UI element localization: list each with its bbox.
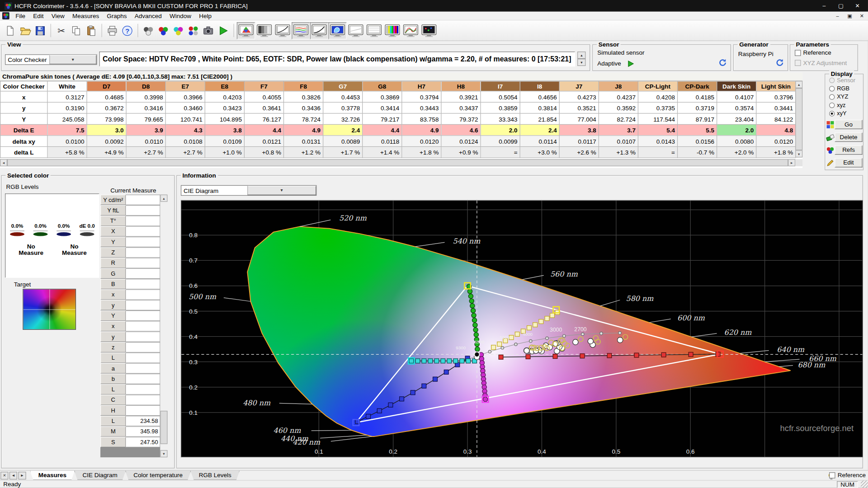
cell-delta-e-g8[interactable]: 4.4 bbox=[363, 124, 402, 136]
cell-delta-e-d7[interactable]: 3.0 bbox=[87, 124, 126, 136]
information-view-dropdown[interactable]: CIE Diagram ▼ bbox=[181, 185, 317, 196]
cell-y-e7[interactable]: 120.741 bbox=[165, 113, 205, 125]
cell-delta-xy-g8[interactable]: 0.0118 bbox=[363, 136, 402, 147]
save-button[interactable] bbox=[33, 23, 47, 38]
cell-y-h7[interactable]: 83.758 bbox=[402, 113, 441, 125]
mdi-minimize-button[interactable]: – bbox=[831, 12, 844, 19]
radio-icon[interactable] bbox=[829, 86, 835, 91]
maximize-button[interactable]: ▢ bbox=[832, 0, 849, 11]
measure-value[interactable] bbox=[126, 310, 160, 321]
measure-value[interactable] bbox=[126, 237, 160, 247]
reference-toggle-checkbox[interactable] bbox=[829, 472, 835, 478]
cell-x-e7[interactable]: 0.3966 bbox=[165, 91, 205, 103]
cell-y-d7[interactable]: 73.998 bbox=[87, 113, 126, 125]
cell-delta-xy-e7[interactable]: 0.0108 bbox=[165, 136, 205, 147]
menu-advanced[interactable]: Advanced bbox=[131, 12, 165, 19]
horizontal-scroll-thumb[interactable] bbox=[7, 159, 788, 166]
mdi-document-icon[interactable] bbox=[2, 12, 9, 19]
resize-grip[interactable] bbox=[861, 481, 868, 488]
cell-delta-l-h8[interactable]: +0.9 % bbox=[441, 146, 481, 158]
column-header-h7[interactable]: H7 bbox=[402, 81, 441, 91]
tab-scroll-right-icon[interactable]: ► bbox=[18, 472, 26, 479]
cell-x-e8[interactable]: 0.4203 bbox=[205, 91, 244, 103]
cell-delta-l-cp-dark[interactable]: -0.7 % bbox=[678, 146, 717, 158]
cell-y-light-skin[interactable]: 0.3441 bbox=[756, 102, 796, 113]
measure-value[interactable] bbox=[126, 289, 160, 300]
spinner-up-icon[interactable]: ▲ bbox=[577, 52, 585, 59]
cell-delta-l-white[interactable]: +5.8 % bbox=[47, 146, 87, 158]
snapshot-button[interactable] bbox=[201, 23, 216, 38]
scroll-up-icon[interactable]: ▲ bbox=[160, 195, 168, 202]
scroll-down-icon[interactable]: ▼ bbox=[160, 450, 168, 457]
view-gamma-button[interactable] bbox=[274, 22, 292, 39]
measure-value[interactable] bbox=[126, 332, 160, 342]
menu-measures[interactable]: Measures bbox=[68, 12, 103, 19]
cell-delta-e-f8[interactable]: 4.9 bbox=[284, 124, 323, 136]
cell-x-d7[interactable]: 0.4685 bbox=[87, 91, 126, 103]
cell-y-d8[interactable]: 79.665 bbox=[126, 113, 165, 125]
cell-y-d8[interactable]: 0.3416 bbox=[126, 102, 165, 113]
cell-y-cp-dark[interactable]: 87.917 bbox=[678, 113, 717, 125]
cell-delta-xy-light-skin[interactable]: 0.0120 bbox=[756, 136, 796, 147]
column-header-j8[interactable]: J8 bbox=[599, 81, 638, 91]
cell-y-white[interactable]: 245.058 bbox=[47, 113, 87, 125]
column-header-i7[interactable]: I7 bbox=[481, 81, 520, 91]
tab-cie-diagram[interactable]: CIE Diagram bbox=[74, 471, 126, 480]
column-header-f8[interactable]: F8 bbox=[284, 81, 323, 91]
cell-x-d8[interactable]: 0.3998 bbox=[126, 91, 165, 103]
cell-delta-l-j8[interactable]: +1.3 % bbox=[599, 146, 638, 158]
measure-value[interactable] bbox=[126, 205, 160, 216]
cell-y-cp-light[interactable]: 0.3735 bbox=[638, 102, 677, 113]
cell-x-j8[interactable]: 0.4237 bbox=[599, 91, 638, 103]
cell-x-light-skin[interactable]: 0.3796 bbox=[756, 91, 796, 103]
cell-y-g7[interactable]: 32.726 bbox=[323, 113, 363, 125]
table-vertical-scrollbar[interactable]: ▲ ▼ bbox=[795, 81, 802, 157]
cell-delta-e-e7[interactable]: 4.3 bbox=[165, 124, 205, 136]
cell-delta-l-d8[interactable]: +2.7 % bbox=[126, 146, 165, 158]
reference-checkbox-row[interactable]: Reference bbox=[795, 49, 831, 56]
cell-x-f8[interactable]: 0.3826 bbox=[284, 91, 323, 103]
generator-config-icon[interactable] bbox=[775, 58, 784, 67]
cell-delta-l-e8[interactable]: +1.0 % bbox=[205, 146, 244, 158]
cell-delta-l-i8[interactable]: +3.0 % bbox=[520, 146, 559, 158]
open-button[interactable] bbox=[18, 23, 33, 38]
sensor-run-icon[interactable] bbox=[626, 59, 635, 68]
cell-delta-e-cp-light[interactable]: 5.4 bbox=[638, 124, 677, 136]
cell-delta-e-i7[interactable]: 2.0 bbox=[481, 124, 520, 136]
measure-value[interactable] bbox=[126, 258, 160, 268]
display-option-xyz[interactable]: XYZ bbox=[829, 93, 863, 100]
column-header-cp-dark[interactable]: CP-Dark bbox=[678, 81, 717, 91]
cell-x-i7[interactable]: 0.5054 bbox=[481, 91, 520, 103]
mdi-close-button[interactable]: ✕ bbox=[856, 12, 868, 19]
measure-grayscale-button[interactable] bbox=[141, 23, 156, 38]
cell-delta-xy-cp-light[interactable]: 0.0143 bbox=[638, 136, 677, 147]
cell-y-j7[interactable]: 77.004 bbox=[559, 113, 599, 125]
cell-delta-e-dark-skin[interactable]: 2.0 bbox=[717, 124, 756, 136]
vertical-scroll-thumb[interactable] bbox=[795, 88, 802, 150]
view-colorbars-button[interactable] bbox=[383, 22, 401, 39]
tab-color-temperature[interactable]: Color temperature bbox=[125, 471, 191, 480]
display-option-xyy[interactable]: xyY bbox=[829, 110, 863, 117]
cell-delta-e-i8[interactable]: 2.4 bbox=[520, 124, 559, 136]
display-option-rgb[interactable]: RGB bbox=[829, 85, 863, 92]
column-header-dark-skin[interactable]: Dark Skin bbox=[717, 81, 756, 91]
cell-y-h7[interactable]: 0.3443 bbox=[402, 102, 441, 113]
tab-rgb-levels[interactable]: RGB Levels bbox=[190, 471, 240, 480]
cell-delta-e-j8[interactable]: 3.7 bbox=[599, 124, 638, 136]
cell-x-h7[interactable]: 0.3794 bbox=[402, 91, 441, 103]
menu-file[interactable]: File bbox=[12, 12, 29, 19]
cell-delta-xy-dark-skin[interactable]: 0.0080 bbox=[717, 136, 756, 147]
cell-y-j8[interactable]: 82.724 bbox=[599, 113, 638, 125]
cell-y-e8[interactable]: 104.895 bbox=[205, 113, 244, 125]
measure-value[interactable] bbox=[126, 384, 160, 394]
go-button[interactable]: Go bbox=[835, 120, 862, 129]
cell-y-f8[interactable]: 78.724 bbox=[284, 113, 323, 125]
menu-graphs[interactable]: Graphs bbox=[103, 12, 131, 19]
mdi-restore-button[interactable]: ▣ bbox=[844, 12, 856, 19]
tab-measures[interactable]: Measures bbox=[30, 471, 75, 480]
measure-value[interactable] bbox=[126, 216, 160, 226]
cell-delta-xy-h7[interactable]: 0.0120 bbox=[402, 136, 441, 147]
cell-delta-e-g7[interactable]: 2.4 bbox=[323, 124, 363, 136]
cell-delta-l-h7[interactable]: +1.8 % bbox=[402, 146, 441, 158]
cell-y-f7[interactable]: 0.3641 bbox=[244, 102, 283, 113]
